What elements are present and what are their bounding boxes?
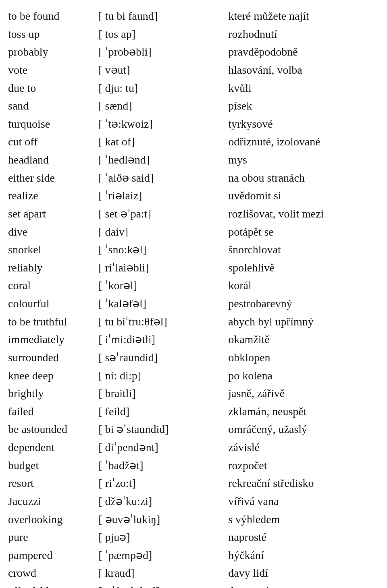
english-word: realize [8,187,98,205]
translation: spolehlivě [228,259,379,277]
table-row: headland[ ˈhedlənd]mys [8,151,379,169]
table-row: dependent[ diˈpendənt]závislé [8,439,379,457]
table-row: colourful[ ˈkaləfəl]pestrobarevný [8,295,379,313]
phonetic-transcription: [ tos ap] [98,25,228,43]
table-row: surrounded[ səˈraundid]obklopen [8,349,379,367]
english-word: colourful [8,295,98,313]
english-word: due to [8,79,98,97]
translation: rozlišovat, volit mezi [228,205,379,223]
phonetic-transcription: [ sænd] [98,97,228,115]
table-row: to be truthful[ tu biˈtru:θfəl]abych byl… [8,313,379,331]
table-row: set apart[ set əˈpa:t]rozlišovat, volit … [8,205,379,223]
english-word: resort [8,474,98,493]
phonetic-transcription: [ ˈprobəbli] [98,43,228,61]
phonetic-transcription: [ braitli] [98,385,228,403]
translation: závislé [228,439,379,457]
table-row: failed[ feild]zklamán, neuspět [8,403,379,421]
translation: uvědomit si [228,187,379,205]
translation: davy lidí [228,564,379,582]
english-word: affordable [8,582,98,588]
table-row: overlooking[ əuvəˈlukiŋ]s výhledem [8,511,379,529]
table-row: turquoise[ ˈtə:kwoiz]tyrkysové [8,115,379,133]
translation: dostupné [228,582,379,588]
table-row: due to[ dju: tu]kvůli [8,79,379,97]
english-word: pampered [8,547,98,565]
phonetic-transcription: [ vəut] [98,61,228,79]
translation: mys [228,151,379,169]
table-row: budget[ ˈbadžət]rozpočet [8,457,379,475]
english-word: crowd [8,564,98,582]
phonetic-transcription: [ ˈbadžət] [98,457,228,475]
english-word: dependent [8,439,98,457]
english-word: budget [8,457,98,475]
table-row: affordable[ əˈfo:dəbəl]dostupné [8,582,379,588]
phonetic-transcription: [ səˈraundid] [98,349,228,367]
translation: tyrkysové [228,115,379,133]
english-word: either side [8,169,98,187]
vocabulary-table: to be found[ tu bi faund]které můžete na… [8,7,379,588]
english-word: headland [8,151,98,169]
phonetic-transcription: [ kat of] [98,133,228,151]
translation: kvůli [228,79,379,97]
translation: pravděpodobně [228,43,379,61]
translation: korál [228,277,379,295]
translation: s výhledem [228,511,379,529]
table-row: resort[ riˈzo:t]rekreační středisko [8,474,379,493]
english-word: dive [8,223,98,241]
translation: hlasování, volba [228,61,379,79]
phonetic-transcription: [ kraud] [98,564,228,582]
translation: vířivá vana [228,493,379,511]
english-word: set apart [8,205,98,223]
table-row: pampered[ ˈpæmpəd]hýčkání [8,547,379,565]
translation: naprosté [228,528,379,547]
phonetic-transcription: [ ˈriəlaiz] [98,187,228,205]
table-row: toss up[ tos ap]rozhodnutí [8,25,379,43]
translation: abych byl upřímný [228,313,379,331]
phonetic-transcription: [ ˈaiðə said] [98,169,228,187]
table-row: Jacuzzi[ džəˈku:zi]vířivá vana [8,493,379,511]
translation: odříznuté, izolované [228,133,379,151]
phonetic-transcription: [ əuvəˈlukiŋ] [98,511,228,529]
translation: okamžitě [228,331,379,349]
phonetic-transcription: [ riˈzo:t] [98,474,228,493]
translation: šnorchlovat [228,241,379,259]
translation: omráčený, užaslý [228,420,379,439]
table-row: vote[ vəut]hlasování, volba [8,61,379,79]
phonetic-transcription: [ iˈmi:diətli] [98,331,228,349]
english-word: probably [8,43,98,61]
english-word: turquoise [8,115,98,133]
english-word: sand [8,97,98,115]
phonetic-transcription: [ daiv] [98,223,228,241]
english-word: be astounded [8,420,98,439]
translation: jasně, zářivě [228,385,379,403]
phonetic-transcription: [ ˈsno:kəl] [98,241,228,259]
table-row: probably[ ˈprobəbli]pravděpodobně [8,43,379,61]
english-word: immediately [8,331,98,349]
translation: které můžete najít [228,7,379,25]
phonetic-transcription: [ tu bi faund] [98,7,228,25]
table-row: pure[ pjuə]naprosté [8,528,379,547]
table-row: immediately[ iˈmi:diətli]okamžitě [8,331,379,349]
translation: obklopen [228,349,379,367]
translation: rekreační středisko [228,474,379,493]
table-row: crowd[ kraud]davy lidí [8,564,379,582]
table-row: brightly[ braitli]jasně, zářivě [8,385,379,403]
table-row: either side[ ˈaiðə said]na obou stranách [8,169,379,187]
table-row: sand[ sænd]písek [8,97,379,115]
table-row: knee deep[ ni: di:p]po kolena [8,367,379,385]
table-row: be astounded[ bi əˈstaundid]omráčený, už… [8,420,379,439]
english-word: brightly [8,385,98,403]
table-row: reliably[ riˈlaiəbli]spolehlivě [8,259,379,277]
table-row: coral[ ˈkorəl]korál [8,277,379,295]
table-row: realize[ ˈriəlaiz]uvědomit si [8,187,379,205]
translation: písek [228,97,379,115]
english-word: toss up [8,25,98,43]
english-word: to be found [8,7,98,25]
phonetic-transcription: [ əˈfo:dəbəl] [98,582,228,588]
translation: rozpočet [228,457,379,475]
phonetic-transcription: [ feild] [98,403,228,421]
phonetic-transcription: [ dju: tu] [98,79,228,97]
english-word: coral [8,277,98,295]
translation: hýčkání [228,547,379,565]
table-row: snorkel[ ˈsno:kəl]šnorchlovat [8,241,379,259]
